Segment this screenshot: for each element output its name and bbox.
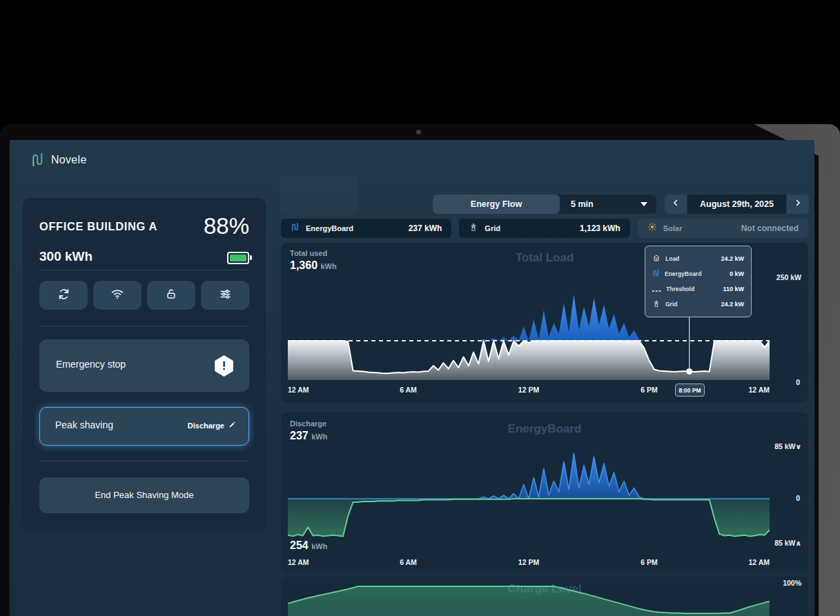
prev-day-button[interactable] bbox=[665, 195, 687, 214]
emergency-stop-button[interactable]: Emergency stop ! bbox=[39, 339, 249, 392]
date-display[interactable]: August 29th, 2025 bbox=[687, 195, 786, 214]
chart-title: EnergyBoard bbox=[281, 422, 808, 436]
webcam-icon bbox=[416, 130, 421, 135]
energyboard-chart[interactable] bbox=[288, 444, 770, 554]
novele-logo-icon bbox=[30, 152, 45, 168]
peak-shaving-label: Peak shaving bbox=[55, 419, 113, 430]
stat-label: Solar bbox=[663, 224, 683, 232]
stat-grid[interactable]: Grid 1,123 kWh bbox=[459, 219, 629, 238]
refresh-button[interactable] bbox=[39, 281, 88, 310]
date-navigator: August 29th, 2025 bbox=[665, 195, 809, 214]
peak-mode-edit[interactable]: Discharge bbox=[188, 421, 236, 430]
chevron-down-icon bbox=[640, 201, 648, 207]
charge-value: 254 kWh bbox=[290, 539, 327, 552]
interval-dropdown[interactable]: 5 min bbox=[560, 199, 656, 209]
brand-name: Novele bbox=[51, 154, 87, 166]
grid-tower-icon bbox=[469, 222, 478, 235]
charge-level-svg bbox=[288, 582, 770, 616]
site-name: OFFICE BUILDING A bbox=[39, 220, 157, 233]
source-stats-row: EnergyBoard 237 kWh Grid 1,123 kWh bbox=[281, 219, 808, 238]
tooltip-row: Load 24.2 kW bbox=[652, 251, 744, 266]
y-tick-charge-max: 85 kW∧ bbox=[774, 539, 801, 547]
grid-tower-icon bbox=[652, 298, 661, 310]
lock-button[interactable] bbox=[147, 281, 195, 310]
selected-time-badge: 8:00 PM bbox=[675, 384, 705, 397]
total-load-panel: Total used 1,360 kWh Total Load Load 24.… bbox=[281, 243, 808, 402]
divider bbox=[39, 461, 249, 461]
peak-shaving-card[interactable]: Peak shaving Discharge bbox=[39, 407, 249, 446]
unlock-icon bbox=[165, 288, 177, 303]
battery-capacity: 300 kWh bbox=[39, 249, 92, 264]
x-axis: 12 AM 6 AM 12 PM 6 PM 12 AM bbox=[288, 558, 770, 568]
energyboard-icon bbox=[291, 222, 300, 235]
end-peak-shaving-button[interactable]: End Peak Shaving Mode bbox=[39, 477, 249, 513]
charge-level-panel: Charge Level 100% bbox=[281, 577, 808, 616]
laptop-frame: Novele OFFICE BUILDING A 88% 300 kWh bbox=[0, 124, 840, 616]
quick-actions bbox=[39, 281, 249, 310]
y-tick-max: 250 kW bbox=[776, 273, 801, 281]
warning-hexagon-icon: ! bbox=[214, 355, 234, 377]
peak-mode-value: Discharge bbox=[188, 421, 224, 430]
brand-logo: Novele bbox=[30, 152, 87, 168]
stat-value: 1,123 kWh bbox=[580, 223, 621, 233]
energyboard-panel: Discharge 237 kWh EnergyBoard 85 kW∨ 0 8… bbox=[281, 413, 808, 573]
interval-value: 5 min bbox=[571, 199, 594, 209]
charge-level-chart[interactable] bbox=[288, 582, 770, 616]
top-bar: Novele bbox=[10, 140, 814, 179]
ghost-panel bbox=[280, 175, 358, 215]
sun-icon bbox=[647, 222, 657, 235]
settings-button[interactable] bbox=[201, 281, 249, 310]
stat-value: 237 kWh bbox=[409, 223, 442, 233]
end-peak-shaving-label: End Peak Shaving Mode bbox=[39, 490, 249, 500]
y-tick-100: 100% bbox=[783, 579, 801, 587]
stat-label: EnergyBoard bbox=[306, 224, 353, 232]
app-screen: Novele OFFICE BUILDING A 88% 300 kWh bbox=[10, 140, 814, 616]
refresh-icon bbox=[57, 288, 70, 304]
house-icon bbox=[652, 252, 661, 265]
battery-icon bbox=[227, 252, 249, 264]
sliders-icon bbox=[219, 288, 232, 304]
energyboard-icon bbox=[652, 268, 660, 280]
wifi-icon bbox=[110, 288, 124, 303]
stat-energyboard[interactable]: EnergyBoard 237 kWh bbox=[281, 219, 451, 238]
view-switcher: Energy Flow 5 min bbox=[433, 195, 656, 214]
chart-tooltip: Load 24.2 kW EnergyBoard 0 kW Threshold … bbox=[645, 246, 752, 317]
chevron-left-icon bbox=[671, 198, 681, 210]
stat-solar[interactable]: Solar Not connected bbox=[638, 219, 808, 238]
divider bbox=[39, 326, 249, 326]
chevron-right-icon bbox=[793, 198, 803, 210]
divider bbox=[39, 270, 249, 270]
next-day-button[interactable] bbox=[787, 195, 809, 214]
y-tick-discharge-max: 85 kW∨ bbox=[774, 442, 801, 450]
stat-value: Not connected bbox=[741, 223, 799, 233]
wifi-button[interactable] bbox=[93, 281, 141, 310]
site-control-sidebar: OFFICE BUILDING A 88% 300 kWh bbox=[23, 198, 266, 530]
dashed-line-icon bbox=[652, 283, 661, 295]
tooltip-row: Threshold 110 kW bbox=[652, 281, 744, 297]
emergency-stop-label: Emergency stop bbox=[56, 359, 126, 370]
y-tick-zero: 0 bbox=[796, 494, 800, 502]
tab-energy-flow[interactable]: Energy Flow bbox=[433, 195, 560, 214]
pencil-icon bbox=[228, 421, 236, 430]
tooltip-row: EnergyBoard 0 kW bbox=[652, 266, 744, 281]
tooltip-row: Grid 24.2 kW bbox=[652, 297, 744, 312]
energyboard-svg bbox=[288, 444, 770, 554]
state-of-charge: 88% bbox=[204, 213, 249, 239]
y-tick-zero: 0 bbox=[796, 378, 800, 386]
stat-label: Grid bbox=[485, 224, 500, 232]
